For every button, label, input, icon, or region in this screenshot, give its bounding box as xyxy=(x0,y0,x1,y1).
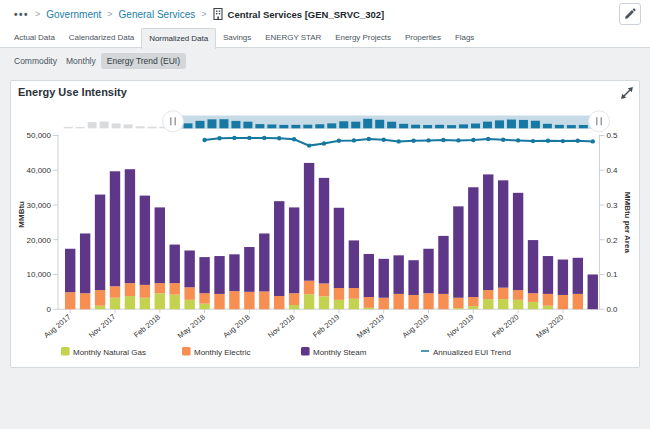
monthly-steam-bar[interactable] xyxy=(214,256,224,294)
monthly-electric-bar[interactable] xyxy=(184,287,194,300)
monthly-electric-bar[interactable] xyxy=(483,290,493,299)
monthly-electric-bar[interactable] xyxy=(438,294,448,309)
eui-trend-marker[interactable] xyxy=(337,139,341,143)
monthly-steam-bar[interactable] xyxy=(274,201,284,296)
monthly-steam-bar[interactable] xyxy=(588,274,598,309)
monthly-electric-bar[interactable] xyxy=(408,295,418,309)
monthly-natural-gas-bar[interactable] xyxy=(319,296,329,309)
monthly-natural-gas-bar[interactable] xyxy=(125,296,135,309)
monthly-electric-bar[interactable] xyxy=(289,293,299,305)
monthly-steam-bar[interactable] xyxy=(349,240,359,288)
eui-trend-marker[interactable] xyxy=(202,138,206,142)
monthly-steam-bar[interactable] xyxy=(289,207,299,293)
eui-trend-marker[interactable] xyxy=(382,138,386,142)
subtab-monthly[interactable]: Monthly xyxy=(62,53,100,69)
monthly-electric-bar[interactable] xyxy=(155,283,165,293)
monthly-electric-bar[interactable] xyxy=(319,283,329,296)
monthly-electric-bar[interactable] xyxy=(95,290,105,306)
monthly-electric-bar[interactable] xyxy=(543,294,553,306)
eui-trend-marker[interactable] xyxy=(411,139,415,143)
breadcrumb-ellipsis-menu[interactable]: ••• xyxy=(14,9,29,20)
eui-trend-marker[interactable] xyxy=(531,139,535,143)
eui-trend-marker[interactable] xyxy=(217,136,221,140)
eui-trend-marker[interactable] xyxy=(292,137,296,141)
eui-trend-marker[interactable] xyxy=(486,137,490,141)
breadcrumb-link-general-services[interactable]: General Services xyxy=(119,9,196,20)
monthly-steam-bar[interactable] xyxy=(244,247,254,292)
eui-trend-marker[interactable] xyxy=(591,139,595,143)
monthly-steam-bar[interactable] xyxy=(304,163,314,281)
monthly-natural-gas-bar[interactable] xyxy=(110,298,120,309)
monthly-natural-gas-bar[interactable] xyxy=(513,300,523,309)
monthly-steam-bar[interactable] xyxy=(259,233,269,291)
monthly-electric-bar[interactable] xyxy=(393,294,403,309)
eui-trend-marker[interactable] xyxy=(471,138,475,142)
monthly-electric-bar[interactable] xyxy=(199,293,209,303)
edit-button[interactable] xyxy=(619,3,641,25)
monthly-electric-bar[interactable] xyxy=(304,281,314,295)
tab-normalized-data[interactable]: Normalized Data xyxy=(141,28,216,49)
monthly-electric-bar[interactable] xyxy=(379,298,389,309)
tab-flags[interactable]: Flags xyxy=(448,28,481,48)
monthly-steam-bar[interactable] xyxy=(438,236,448,294)
monthly-electric-bar[interactable] xyxy=(573,294,583,309)
monthly-natural-gas-bar[interactable] xyxy=(453,308,463,309)
eui-trend-marker[interactable] xyxy=(561,139,565,143)
monthly-natural-gas-bar[interactable] xyxy=(184,300,194,309)
monthly-steam-bar[interactable] xyxy=(423,249,433,293)
eui-trend-marker[interactable] xyxy=(397,139,401,143)
eui-trend-marker[interactable] xyxy=(441,138,445,142)
monthly-natural-gas-bar[interactable] xyxy=(364,308,374,309)
monthly-electric-bar[interactable] xyxy=(125,283,135,296)
subtab-commodity[interactable]: Commodity xyxy=(10,53,61,69)
monthly-electric-bar[interactable] xyxy=(513,290,523,300)
monthly-electric-bar[interactable] xyxy=(214,294,224,309)
monthly-electric-bar[interactable] xyxy=(558,295,568,309)
monthly-natural-gas-bar[interactable] xyxy=(498,299,508,309)
tab-actual-data[interactable]: Actual Data xyxy=(7,28,62,48)
monthly-electric-bar[interactable] xyxy=(80,293,90,309)
legend-item-monthly-steam[interactable]: Monthly Steam xyxy=(301,347,367,357)
monthly-electric-bar[interactable] xyxy=(229,291,239,309)
eui-trend-marker[interactable] xyxy=(262,136,266,140)
monthly-electric-bar[interactable] xyxy=(140,285,150,298)
monthly-steam-bar[interactable] xyxy=(498,180,508,287)
navigator-handle-right[interactable] xyxy=(589,111,610,132)
monthly-steam-bar[interactable] xyxy=(125,169,135,283)
monthly-electric-bar[interactable] xyxy=(349,288,359,299)
monthly-steam-bar[interactable] xyxy=(184,250,194,287)
monthly-natural-gas-bar[interactable] xyxy=(528,302,538,309)
monthly-steam-bar[interactable] xyxy=(408,260,418,295)
monthly-natural-gas-bar[interactable] xyxy=(199,304,209,310)
monthly-natural-gas-bar[interactable] xyxy=(155,293,165,309)
eui-trend-marker[interactable] xyxy=(307,143,311,147)
monthly-electric-bar[interactable] xyxy=(274,296,284,309)
monthly-steam-bar[interactable] xyxy=(155,207,165,283)
monthly-steam-bar[interactable] xyxy=(543,256,553,294)
tab-properties[interactable]: Properties xyxy=(398,28,448,48)
tab-energy-projects[interactable]: Energy Projects xyxy=(328,28,398,48)
eui-trend-marker[interactable] xyxy=(516,138,520,142)
monthly-steam-bar[interactable] xyxy=(229,254,239,291)
eui-trend-marker[interactable] xyxy=(501,138,505,142)
monthly-electric-bar[interactable] xyxy=(453,298,463,308)
monthly-electric-bar[interactable] xyxy=(170,283,180,294)
monthly-electric-bar[interactable] xyxy=(259,291,269,309)
monthly-steam-bar[interactable] xyxy=(558,260,568,295)
monthly-electric-bar[interactable] xyxy=(244,292,254,309)
eui-trend-marker[interactable] xyxy=(546,139,550,143)
tab-calendarized-data[interactable]: Calendarized Data xyxy=(62,28,141,48)
monthly-steam-bar[interactable] xyxy=(483,174,493,290)
monthly-electric-bar[interactable] xyxy=(498,288,508,299)
legend-item-monthly-electric[interactable]: Monthly Electric xyxy=(182,347,250,357)
monthly-electric-bar[interactable] xyxy=(110,286,120,297)
monthly-steam-bar[interactable] xyxy=(468,187,478,297)
navigator-handle-left[interactable] xyxy=(163,111,184,132)
eui-trend-marker[interactable] xyxy=(456,138,460,142)
monthly-steam-bar[interactable] xyxy=(364,254,374,297)
legend-item-monthly-natural-gas[interactable]: Monthly Natural Gas xyxy=(61,347,146,357)
monthly-natural-gas-bar[interactable] xyxy=(289,305,299,309)
monthly-electric-bar[interactable] xyxy=(423,293,433,309)
monthly-steam-bar[interactable] xyxy=(80,233,90,293)
eui-trend-marker[interactable] xyxy=(367,137,371,141)
